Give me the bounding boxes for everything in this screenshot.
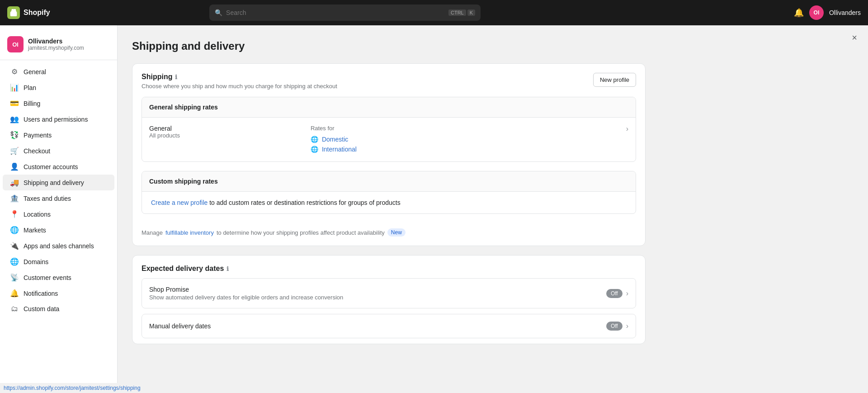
- search-input[interactable]: [226, 9, 445, 16]
- layout: OI Ollivanders jamitest.myshopify.com ⚙G…: [0, 25, 868, 393]
- delivery-row-title-0: Shop Promise: [149, 286, 343, 293]
- sidebar-item-customer-accounts[interactable]: 👤Customer accounts: [3, 159, 114, 175]
- shipping-card-title-area: Shipping ℹ Choose where you ship and how…: [142, 73, 337, 97]
- rates-list: 🌐 Domestic 🌐 International: [311, 134, 619, 154]
- globe-icon: 🌐: [311, 146, 318, 153]
- shipping-card-title: Shipping ℹ: [142, 73, 337, 81]
- nav-label-notifications: Notifications: [24, 290, 58, 297]
- nav-label-customer-events: Customer events: [24, 274, 71, 281]
- nav-label-checkout: Checkout: [24, 147, 50, 155]
- sidebar-item-apps-sales-channels[interactable]: 🔌Apps and sales channels: [3, 238, 114, 254]
- manage-text: Manage: [142, 229, 163, 236]
- nav-label-locations: Locations: [24, 211, 51, 218]
- fulfillable-inventory-link[interactable]: fulfillable inventory: [165, 229, 214, 236]
- shipping-card: Shipping ℹ Choose where you ship and how…: [132, 63, 646, 246]
- manage-text2: to determine how your shipping profiles …: [217, 229, 385, 236]
- sidebar-item-shipping-delivery[interactable]: 🚚Shipping and delivery: [3, 175, 114, 190]
- nav-items-container: ⚙General📊Plan💳Billing👥Users and permissi…: [0, 64, 117, 317]
- list-item[interactable]: 🌐 Domestic: [311, 134, 619, 144]
- store-name: Ollivanders: [28, 38, 84, 45]
- nav-label-shipping-delivery: Shipping and delivery: [24, 179, 84, 186]
- manage-row: Manage fulfillable inventory to determin…: [132, 223, 645, 246]
- chevron-right-icon: ›: [626, 125, 628, 133]
- general-shipping-row: General All products Rates for 🌐 Domesti…: [142, 118, 636, 161]
- delivery-info-icon[interactable]: ℹ: [226, 265, 229, 272]
- sidebar-item-custom-data[interactable]: 🗂Custom data: [3, 301, 114, 317]
- search-bar[interactable]: 🔍 CTRL K: [209, 5, 481, 21]
- custom-shipping-rates-header: Custom shipping rates: [142, 171, 636, 192]
- delivery-dates-card: Expected delivery dates ℹ Shop Promise S…: [132, 255, 646, 344]
- nav-label-users-permissions: Users and permissions: [24, 116, 88, 123]
- user-name[interactable]: Ollivanders: [829, 9, 861, 16]
- close-button[interactable]: ×: [852, 33, 857, 43]
- logo-text: Shopify: [24, 9, 50, 17]
- delivery-row-1[interactable]: Manual delivery dates Off ›: [142, 314, 636, 338]
- sidebar-item-domains[interactable]: 🌐Domains: [3, 254, 114, 270]
- nav-label-taxes-duties: Taxes and duties: [24, 195, 71, 202]
- toggle-0: Off: [606, 289, 623, 298]
- sidebar-item-payments[interactable]: 💱Payments: [3, 127, 114, 143]
- international-link[interactable]: International: [322, 146, 357, 153]
- nav-label-domains: Domains: [24, 258, 48, 265]
- store-info: OI Ollivanders jamitest.myshopify.com: [0, 33, 117, 60]
- sidebar-item-billing[interactable]: 💳Billing: [3, 95, 114, 111]
- nav-icon-customer-accounts: 👤: [10, 162, 19, 171]
- toggle-1: Off: [606, 322, 623, 331]
- domestic-link[interactable]: Domestic: [322, 136, 348, 143]
- delivery-title: Expected delivery dates: [142, 265, 224, 273]
- delivery-rows-container: Shop Promise Show automated delivery dat…: [132, 278, 645, 338]
- sidebar-item-taxes-duties[interactable]: 🏦Taxes and duties: [3, 190, 114, 206]
- sidebar-item-users-permissions[interactable]: 👥Users and permissions: [3, 111, 114, 127]
- delivery-row-inner-0: Shop Promise Show automated delivery dat…: [142, 279, 636, 308]
- status-url: https://admin.shopify.com/store/jamitest…: [4, 385, 141, 391]
- custom-shipping-body: Create a new profile to add custom rates…: [142, 192, 636, 213]
- custom-rates-desc: to add custom rates or destination restr…: [208, 199, 400, 206]
- store-url: jamitest.myshopify.com: [28, 45, 84, 51]
- page-title: Shipping and delivery: [132, 40, 646, 52]
- general-row-sublabel: All products: [149, 132, 303, 139]
- delivery-row-0[interactable]: Shop Promise Show automated delivery dat…: [142, 278, 636, 308]
- create-new-profile-link[interactable]: Create a new profile: [151, 199, 208, 206]
- nav-label-apps-sales-channels: Apps and sales channels: [24, 242, 94, 250]
- nav-label-plan: Plan: [24, 84, 36, 91]
- store-avatar: OI: [7, 36, 24, 52]
- notifications-bell-icon[interactable]: 🔔: [794, 8, 804, 18]
- main-content: Shipping and delivery Shipping ℹ Choose …: [118, 25, 660, 393]
- general-row-label: General: [149, 125, 303, 132]
- list-item[interactable]: 🌐 International: [311, 144, 619, 154]
- delivery-row-right-0: Off ›: [606, 289, 628, 298]
- shopify-bag-icon: [7, 6, 20, 19]
- sidebar-item-general[interactable]: ⚙General: [3, 64, 114, 80]
- nav-icon-shipping-delivery: 🚚: [10, 178, 19, 187]
- nav-icon-taxes-duties: 🏦: [10, 194, 19, 203]
- custom-rates-text: Create a new profile to add custom rates…: [151, 199, 401, 206]
- nav-icon-plan: 📊: [10, 83, 19, 92]
- user-avatar[interactable]: OI: [809, 5, 824, 20]
- globe-icon: 🌐: [311, 136, 318, 143]
- sidebar-item-locations[interactable]: 📍Locations: [3, 206, 114, 222]
- sidebar-item-checkout[interactable]: 🛒Checkout: [3, 143, 114, 159]
- rates-for-label: Rates for: [311, 125, 619, 132]
- nav-icon-checkout: 🛒: [10, 147, 19, 155]
- topnav-right: 🔔 OI Ollivanders: [794, 5, 861, 20]
- nav-label-billing: Billing: [24, 100, 40, 107]
- sidebar-item-plan[interactable]: 📊Plan: [3, 80, 114, 95]
- new-profile-button[interactable]: New profile: [593, 73, 636, 87]
- sidebar-item-markets[interactable]: 🌐Markets: [3, 222, 114, 238]
- ctrl-key: CTRL: [448, 9, 466, 16]
- nav-icon-customer-events: 📡: [10, 273, 19, 282]
- delivery-row-title-1: Manual delivery dates: [149, 322, 211, 330]
- shipping-info-icon[interactable]: ℹ: [175, 74, 177, 80]
- sidebar: OI Ollivanders jamitest.myshopify.com ⚙G…: [0, 25, 118, 393]
- delivery-header: Expected delivery dates ℹ: [132, 256, 645, 273]
- nav-icon-domains: 🌐: [10, 257, 19, 266]
- shipping-card-subtitle: Choose where you ship and how much you c…: [142, 83, 337, 90]
- status-bar: https://admin.shopify.com/store/jamitest…: [0, 383, 144, 393]
- nav-icon-users-permissions: 👥: [10, 115, 19, 123]
- nav-icon-notifications: 🔔: [10, 289, 19, 298]
- sidebar-item-notifications[interactable]: 🔔Notifications: [3, 285, 114, 301]
- new-badge: New: [387, 228, 406, 237]
- k-key: K: [467, 9, 475, 16]
- sidebar-item-customer-events[interactable]: 📡Customer events: [3, 270, 114, 285]
- nav-icon-general: ⚙: [10, 67, 19, 76]
